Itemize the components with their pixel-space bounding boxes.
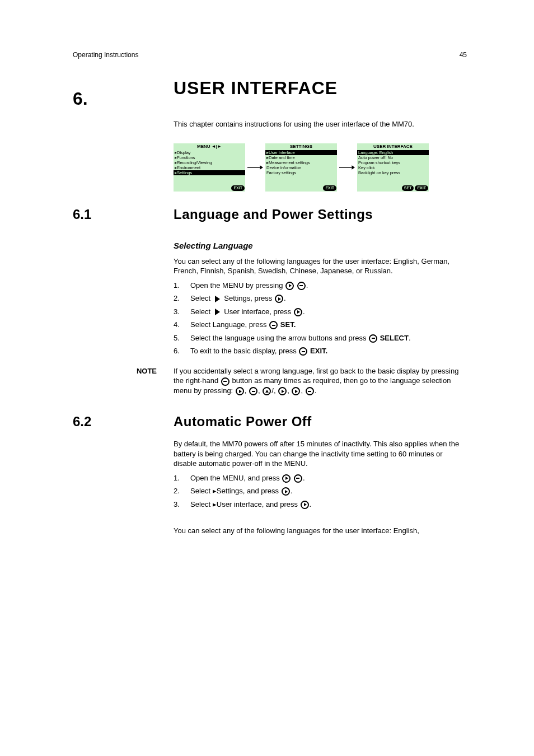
right-arrow-icon <box>275 295 283 303</box>
triangle-icon <box>215 296 220 302</box>
right-arrow-icon <box>285 282 294 290</box>
chapter-title: USER INTERFACE <box>174 76 338 100</box>
step-3: 3. Select User interface, press . <box>174 307 467 317</box>
chapter-number: 6. <box>73 87 129 111</box>
right-arrow-icon <box>282 487 290 496</box>
lcd-user-interface: USER INTERFACE Language: English Auto po… <box>357 143 429 192</box>
up-arrow-icon <box>263 387 271 395</box>
section-number: 6.1 <box>73 207 91 222</box>
center-button-icon <box>269 321 278 329</box>
right-arrow-icon <box>292 387 300 395</box>
center-button-icon <box>369 334 377 343</box>
nav-path-screens: MENU ◄|► ▸Display ▸Functions ▸Recording/… <box>174 143 467 192</box>
section-number: 6.2 <box>73 414 91 429</box>
step-5: 5. Select the language using the arrow b… <box>174 333 467 343</box>
step-1: 1. Open the MENU by pressing . <box>174 281 467 291</box>
apo-step-1: 1. Open the MENU, and press . <box>174 473 467 483</box>
right-arrow-icon <box>236 387 244 395</box>
right-arrow-icon <box>294 308 302 316</box>
center-button-icon <box>297 282 306 290</box>
arrow-icon <box>247 165 263 170</box>
apo-intro: By default, the MM70 powers off after 15… <box>174 439 467 469</box>
triangle-icon <box>215 309 220 315</box>
section-title: Language and Power Settings <box>174 206 373 223</box>
apo-step-3: 3. Select ▸User interface, and press . <box>174 500 467 510</box>
subsection-heading: Selecting Language <box>174 240 467 251</box>
center-button-icon <box>221 377 229 386</box>
svg-marker-3 <box>352 165 355 169</box>
svg-marker-1 <box>260 165 263 169</box>
center-button-icon <box>249 387 257 395</box>
lang-intro: You can select any of the following lang… <box>174 256 467 276</box>
section-title: Automatic Power Off <box>174 413 312 431</box>
intro-text: This chapter contains instructions for u… <box>174 119 467 129</box>
right-arrow-icon <box>278 387 287 395</box>
step-4: 4. Select Language, press SET. <box>174 320 467 330</box>
footer-stray-text: You can select any of the following lang… <box>174 526 467 536</box>
lcd-menu: MENU ◄|► ▸Display ▸Functions ▸Recording/… <box>174 143 245 192</box>
right-arrow-icon <box>282 474 291 483</box>
note-label: NOTE <box>73 366 174 396</box>
center-button-icon <box>294 474 302 483</box>
center-button-icon <box>299 347 307 356</box>
arrow-icon <box>339 165 355 170</box>
step-2: 2. Select Settings, press . <box>174 293 467 304</box>
doc-title: Operating Instructions <box>73 50 138 59</box>
lcd-settings: SETTINGS ▸User interface ▸Date and time … <box>265 143 337 192</box>
center-button-icon <box>306 387 314 395</box>
page-number: 45 <box>460 50 467 59</box>
note-text: If you accidentally select a wrong langu… <box>174 366 467 396</box>
step-6: 6. To exit to the basic display, press E… <box>174 346 467 356</box>
apo-step-2: 2. Select ▸Settings, and press . <box>174 486 467 496</box>
right-arrow-icon <box>301 501 309 509</box>
